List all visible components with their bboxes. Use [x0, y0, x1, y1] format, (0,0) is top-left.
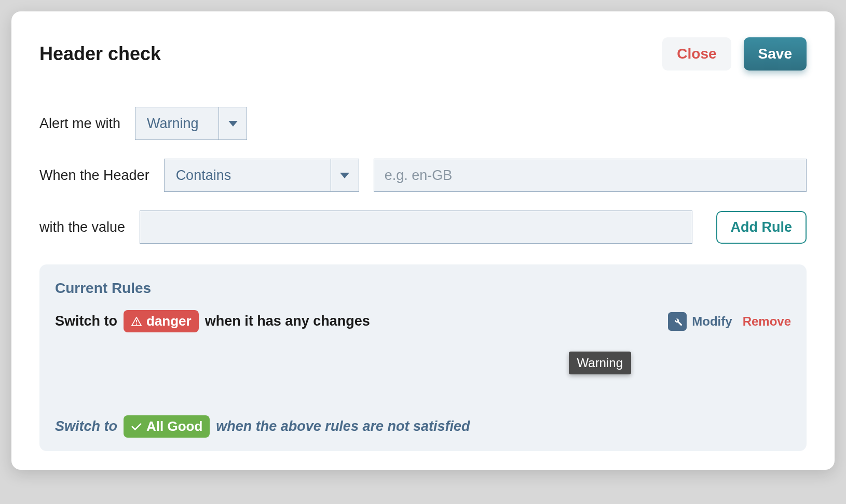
row-value: with the value Add Rule — [39, 211, 807, 244]
header-value-input[interactable] — [140, 211, 692, 244]
alert-level-select[interactable]: Warning — [135, 107, 247, 140]
chevron-down-icon — [219, 107, 247, 139]
value-label: with the value — [39, 219, 125, 235]
modify-label: Modify — [692, 314, 732, 329]
alert-label: Alert me with — [39, 116, 120, 132]
header-name-input[interactable] — [374, 159, 807, 192]
modify-button[interactable]: Modify — [668, 312, 732, 331]
save-button[interactable]: Save — [744, 37, 807, 71]
modal-actions: Close Save — [662, 37, 807, 71]
row-when-header: When the Header Contains — [39, 159, 807, 192]
rule-row: Switch to danger when it has any changes… — [55, 310, 791, 332]
close-button[interactable]: Close — [662, 37, 731, 71]
svg-point-1 — [136, 323, 137, 324]
header-check-modal: Header check Close Save Alert me with Wa… — [11, 11, 835, 470]
fallback-rule: Switch to All Good when the above rules … — [55, 415, 470, 438]
rule-prefix: Switch to — [55, 313, 117, 329]
rule-actions: Modify Remove — [668, 312, 791, 331]
wrench-icon — [668, 312, 687, 331]
check-icon — [131, 422, 142, 431]
fallback-suffix: when the above rules are not satisfied — [216, 418, 470, 435]
chevron-down-icon — [331, 159, 359, 191]
current-rules-panel: Current Rules Switch to danger when it h… — [39, 264, 807, 451]
modal-title: Header check — [39, 43, 161, 65]
danger-badge: danger — [124, 310, 199, 332]
add-rule-button[interactable]: Add Rule — [716, 211, 807, 244]
fallback-prefix: Switch to — [55, 418, 117, 435]
row-alert: Alert me with Warning — [39, 107, 807, 140]
modal-header: Header check Close Save — [39, 37, 807, 71]
condition-value: Contains — [165, 159, 331, 191]
alert-level-value: Warning — [135, 107, 219, 139]
current-rules-heading: Current Rules — [55, 280, 791, 297]
all-good-badge: All Good — [124, 415, 210, 438]
when-header-label: When the Header — [39, 167, 149, 184]
remove-button[interactable]: Remove — [743, 314, 791, 329]
warning-triangle-icon — [131, 316, 142, 327]
condition-select[interactable]: Contains — [164, 159, 359, 192]
rule-suffix: when it has any changes — [205, 313, 370, 329]
all-good-label: All Good — [146, 418, 202, 435]
danger-badge-label: danger — [146, 313, 192, 329]
warning-tooltip: Warning — [569, 352, 631, 374]
